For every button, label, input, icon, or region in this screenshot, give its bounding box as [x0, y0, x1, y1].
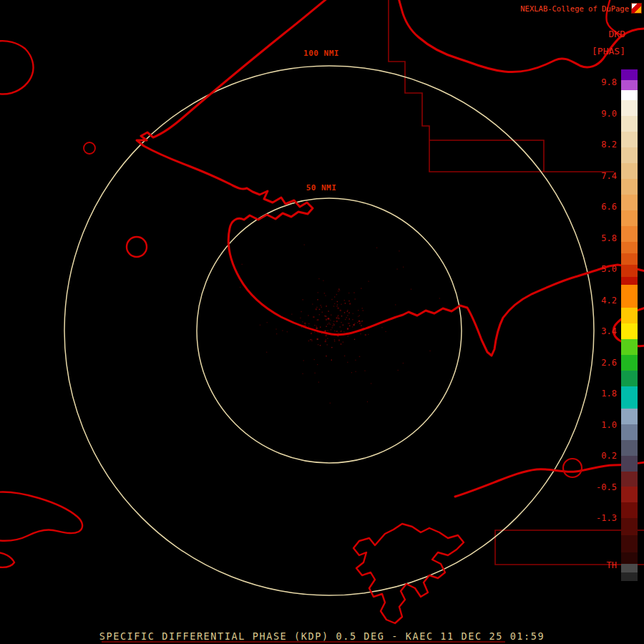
- radar-echo: [328, 318, 329, 319]
- radar-echo: [439, 298, 440, 298]
- radar-echo: [323, 280, 323, 281]
- zone-boundaries: [102, 0, 644, 642]
- radar-echo: [348, 301, 349, 301]
- colorbar-segment: [621, 371, 638, 386]
- colorbar-segment: [621, 195, 638, 210]
- radar-echo: [308, 326, 309, 327]
- radar-echo: [343, 341, 343, 342]
- lake-circle-east: [563, 459, 582, 477]
- radar-echo: [336, 306, 337, 306]
- range-label-50nmi: 50 NMI: [306, 183, 337, 192]
- radar-echo: [355, 360, 356, 361]
- radar-echo: [311, 339, 312, 340]
- scale-label: 4.2: [601, 296, 617, 306]
- radar-echo: [303, 374, 303, 374]
- radar-echo: [365, 334, 366, 336]
- scale-label: 5.8: [601, 233, 617, 243]
- radar-echo: [341, 316, 342, 316]
- radar-echo: [336, 331, 338, 332]
- radar-echo: [316, 308, 317, 310]
- radar-echo: [317, 338, 318, 340]
- radar-echo: [267, 322, 268, 323]
- radar-echo: [333, 321, 334, 322]
- radar-echo: [360, 333, 361, 334]
- radar-echo: [303, 299, 303, 300]
- radar-echo: [287, 331, 288, 332]
- scale-label: 5.0: [601, 264, 617, 274]
- range-label-100nmi: 100 NMI: [303, 49, 339, 58]
- radar-echo: [316, 307, 317, 308]
- radar-echo: [325, 296, 326, 296]
- radar-echo: [325, 341, 326, 342]
- scale-label: 1.8: [601, 389, 617, 399]
- radar-echo: [341, 331, 341, 331]
- islet-bottom-left: [0, 552, 14, 567]
- radar-echo: [359, 323, 360, 323]
- radar-echo: [308, 315, 308, 316]
- radar-echo: [347, 311, 348, 312]
- radar-echo: [318, 344, 318, 345]
- radar-echo: [326, 339, 326, 340]
- radar-echo: [351, 372, 352, 373]
- colorbar-segment: [621, 355, 638, 371]
- radar-echo: [358, 316, 358, 317]
- radar-echo: [353, 313, 353, 314]
- radar-echo: [337, 316, 338, 317]
- radar-echo: [337, 301, 338, 302]
- radar-echo: [316, 328, 318, 329]
- radar-echo: [318, 278, 319, 279]
- radar-echo: [332, 326, 333, 326]
- radar-echo: [340, 326, 341, 327]
- radar-echo: [334, 341, 335, 341]
- scale-label: -0.5: [596, 482, 617, 492]
- radar-echo: [316, 326, 317, 326]
- radar-echo: [321, 307, 322, 308]
- radar-echo: [331, 299, 332, 300]
- radar-echo: [352, 326, 353, 327]
- colorbar-segment: [621, 518, 638, 535]
- radar-echo: [345, 319, 346, 320]
- radar-echo: [376, 248, 377, 248]
- radar-echo: [330, 324, 331, 325]
- radar-echo: [334, 296, 335, 297]
- radar-echo: [304, 323, 306, 324]
- colorbar-segment: [621, 386, 638, 409]
- radar-echo: [324, 316, 325, 316]
- radar-echo: [260, 325, 260, 326]
- radar-echo: [312, 304, 313, 305]
- radar-echo: [300, 318, 301, 318]
- echo-layer: [240, 245, 440, 404]
- radar-echo: [354, 339, 355, 340]
- radar-echo: [403, 267, 404, 268]
- lake-circle-medium: [127, 237, 147, 257]
- radar-echo: [355, 298, 356, 299]
- radar-echo: [336, 321, 338, 322]
- radar-echo: [353, 292, 354, 293]
- colorbar-segment: [621, 456, 638, 472]
- radar-echo: [347, 310, 348, 311]
- radar-echo: [302, 321, 303, 322]
- header: NEXLAB-College of DuPage: [520, 4, 641, 13]
- brand-title: NEXLAB-College of DuPage: [520, 4, 629, 13]
- island-bottom-center: [353, 524, 464, 623]
- colorbar-segment: [621, 308, 638, 323]
- radar-echo: [337, 318, 338, 318]
- radar-echo: [266, 352, 267, 353]
- radar-echo: [331, 329, 331, 330]
- radar-echo: [347, 328, 348, 329]
- radar-viewport: 100 NMI 50 NMI NEXLAB-College of DuPage …: [0, 0, 644, 644]
- colorbar-segment: [621, 226, 638, 242]
- radar-echo: [240, 287, 240, 288]
- radar-echo: [330, 403, 331, 404]
- radar-echo: [398, 370, 399, 371]
- radar-echo: [349, 318, 350, 319]
- product-block: DKD [PHAS]: [592, 26, 625, 60]
- colorbar-segment: [621, 132, 638, 147]
- scale-label: 7.4: [601, 171, 617, 181]
- radar-echo: [359, 315, 360, 316]
- radar-echo: [333, 306, 334, 306]
- radar-echo: [327, 324, 328, 325]
- radar-echo: [358, 321, 360, 322]
- radar-echo: [347, 362, 348, 363]
- scale-label: 6.6: [601, 202, 617, 212]
